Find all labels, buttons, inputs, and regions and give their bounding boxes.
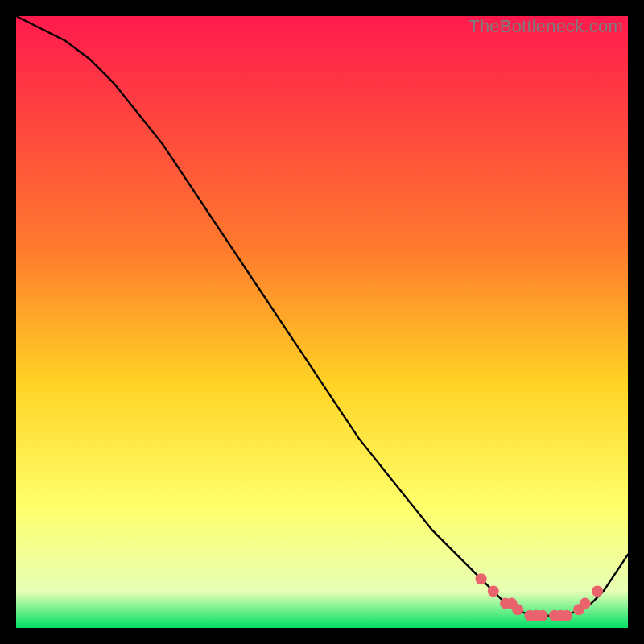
marker-dot [512,604,523,615]
marker-dot [476,573,487,584]
watermark-text: TheBottleneck.com [469,16,623,37]
chart-frame: TheBottleneck.com [16,16,628,628]
marker-dot [592,585,603,597]
marker-dot [561,610,572,621]
marker-dot [580,598,591,609]
marker-dot [537,610,548,621]
marker-dot [488,585,499,597]
chart-background [16,16,628,628]
chart-svg [16,16,628,628]
